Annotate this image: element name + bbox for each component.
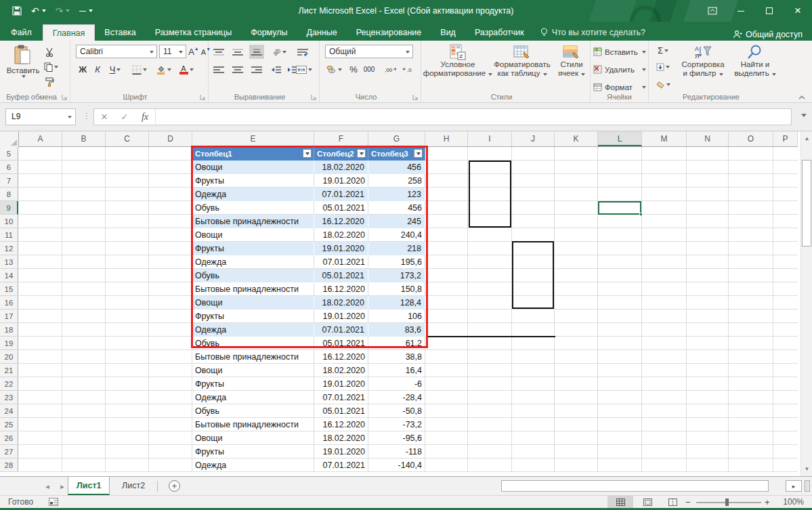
ribbon-tab-Вставка[interactable]: Вставка — [95, 24, 145, 41]
align-right-icon[interactable] — [249, 62, 264, 77]
sort-filter-button[interactable]: АЯ Сортировка и фильтр — [677, 42, 729, 78]
ribbon-tab-Формулы[interactable]: Формулы — [241, 24, 297, 41]
find-select-button[interactable]: Найти и выделить — [731, 42, 779, 78]
drawn-rectangle-1[interactable] — [469, 161, 511, 228]
row-header-17[interactable]: 17 — [0, 310, 18, 323]
row-header-5[interactable]: 5 — [0, 147, 18, 161]
row-header-9[interactable]: 9 — [0, 201, 18, 215]
number-dialog-launcher-icon[interactable] — [412, 94, 419, 100]
close-icon[interactable]: × — [784, 0, 812, 22]
cell-E20[interactable]: Бытовые принадлежности — [192, 350, 314, 364]
cell-E24[interactable]: Обувь — [192, 404, 314, 418]
new-sheet-icon[interactable]: + — [169, 480, 180, 492]
cell-F22[interactable]: 19.01.2020 — [314, 377, 368, 391]
column-header-J[interactable]: J — [512, 131, 555, 146]
row-header-7[interactable]: 7 — [0, 174, 18, 188]
ribbon-tab-Рецензирование[interactable]: Рецензирование — [347, 24, 431, 41]
increase-decimal-icon[interactable]: ,00 — [382, 62, 400, 77]
accounting-format-button[interactable] — [324, 62, 344, 77]
fill-handle[interactable] — [639, 213, 643, 216]
ribbon-tab-Разработчик[interactable]: Разработчик — [465, 24, 534, 41]
horizontal-scroll-thumb[interactable] — [501, 480, 769, 492]
cell-F21[interactable]: 18.02.2020 — [314, 364, 368, 377]
column-header-H[interactable]: H — [425, 131, 468, 146]
font-color-button[interactable]: А — [176, 62, 196, 77]
font-name-combo[interactable]: Calibri — [76, 45, 157, 58]
minimize-icon[interactable] — [727, 0, 755, 22]
row-header-21[interactable]: 21 — [0, 364, 18, 377]
autosum-button[interactable]: Σ — [651, 43, 675, 58]
row-header-16[interactable]: 16 — [0, 296, 18, 310]
ribbon-tab-Вид[interactable]: Вид — [431, 24, 465, 41]
column-header-E[interactable]: E — [192, 131, 314, 146]
row-header-19[interactable]: 19 — [0, 337, 18, 350]
comma-style-button[interactable]: 000 — [360, 62, 378, 77]
align-center-icon[interactable] — [230, 62, 245, 77]
row-header-20[interactable]: 20 — [0, 350, 18, 364]
fill-color-button[interactable] — [153, 62, 173, 77]
wrap-text-icon[interactable] — [294, 45, 312, 59]
cell-F20[interactable]: 16.12.2020 — [314, 350, 368, 364]
font-size-combo[interactable]: 11 — [159, 45, 186, 58]
row-header-22[interactable]: 22 — [0, 377, 18, 391]
column-header-A[interactable]: A — [19, 131, 62, 146]
cell-G20[interactable]: 38,8 — [368, 350, 425, 364]
percent-style-button[interactable]: % — [347, 62, 360, 77]
align-bottom-icon[interactable] — [249, 45, 264, 59]
number-format-combo[interactable]: Общий — [325, 45, 413, 58]
clipboard-dialog-launcher-icon[interactable] — [62, 94, 68, 100]
qat-customize-button[interactable] — [79, 9, 93, 12]
column-header-K[interactable]: K — [555, 131, 598, 146]
horizontal-scrollbar[interactable] — [499, 480, 784, 492]
cell-G27[interactable]: -118 — [368, 445, 425, 459]
vertical-scroll-thumb[interactable] — [802, 160, 811, 247]
select-all-corner[interactable] — [0, 131, 19, 147]
column-header-P[interactable]: P — [773, 131, 798, 146]
row-header-13[interactable]: 13 — [0, 255, 18, 269]
align-top-icon[interactable] — [211, 45, 226, 59]
cell-G26[interactable]: -95,6 — [368, 431, 425, 445]
drawn-rectangle-2[interactable] — [512, 241, 554, 309]
expand-formula-bar-icon[interactable] — [801, 114, 807, 117]
cell-E22[interactable]: Фрукты — [192, 377, 314, 391]
enter-formula-icon[interactable]: ✓ — [114, 112, 135, 122]
row-header-28[interactable]: 28 — [0, 459, 18, 472]
cell-styles-button[interactable]: Стили ячеек — [555, 42, 588, 78]
tell-me-box[interactable]: Что вы хотите сделать? — [540, 24, 645, 41]
align-left-icon[interactable] — [211, 62, 226, 77]
row-header-12[interactable]: 12 — [0, 242, 18, 255]
cell-E28[interactable]: Одежда — [192, 459, 314, 472]
cell-F24[interactable]: 05.01.2021 — [314, 404, 368, 418]
ribbon-tab-Данные[interactable]: Данные — [297, 24, 347, 41]
prev-sheet-icon[interactable]: ◂ — [41, 477, 54, 496]
row-header-8[interactable]: 8 — [0, 188, 18, 201]
fill-button[interactable] — [651, 60, 675, 74]
row-header-25[interactable]: 25 — [0, 418, 18, 431]
row-header-11[interactable]: 11 — [0, 228, 18, 242]
scroll-right-icon[interactable]: ▸ — [786, 480, 802, 492]
next-sheet-icon[interactable]: ▸ — [56, 477, 69, 496]
column-header-B[interactable]: B — [62, 131, 106, 146]
drawn-line[interactable] — [427, 336, 555, 337]
font-dialog-launcher-icon[interactable] — [200, 94, 206, 100]
column-header-D[interactable]: D — [149, 131, 192, 146]
macro-record-icon[interactable] — [49, 498, 58, 506]
zoom-slider-track[interactable] — [696, 502, 761, 503]
save-icon[interactable] — [12, 6, 22, 16]
clear-button[interactable] — [651, 77, 675, 91]
normal-view-button[interactable] — [607, 496, 633, 509]
row-header-10[interactable]: 10 — [0, 215, 18, 228]
formula-input-bar[interactable]: ✕ ✓ fx — [93, 108, 792, 125]
cell-G25[interactable]: -73,2 — [368, 418, 425, 431]
column-header-G[interactable]: G — [368, 131, 425, 146]
cell-F23[interactable]: 07.01.2021 — [314, 391, 368, 404]
italic-button[interactable]: К — [91, 62, 104, 77]
undo-button[interactable]: ↶ — [31, 5, 46, 16]
alignment-dialog-launcher-icon[interactable] — [311, 94, 317, 100]
row-header-6[interactable]: 6 — [0, 161, 18, 174]
vertical-scrollbar[interactable]: ▲ ▼ — [800, 131, 812, 476]
selected-cell-L9[interactable] — [598, 201, 641, 215]
zoom-slider-handle[interactable] — [725, 498, 729, 506]
decrease-decimal-icon[interactable]: ,0 — [400, 62, 417, 77]
maximize-icon[interactable] — [755, 0, 784, 22]
